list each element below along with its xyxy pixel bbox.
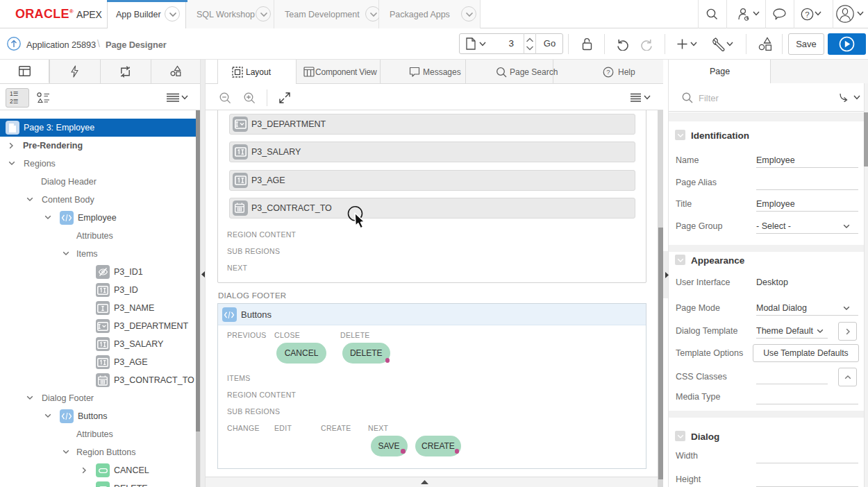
svg-text:?: ? [805,10,809,19]
svg-text:?: ? [606,68,610,76]
